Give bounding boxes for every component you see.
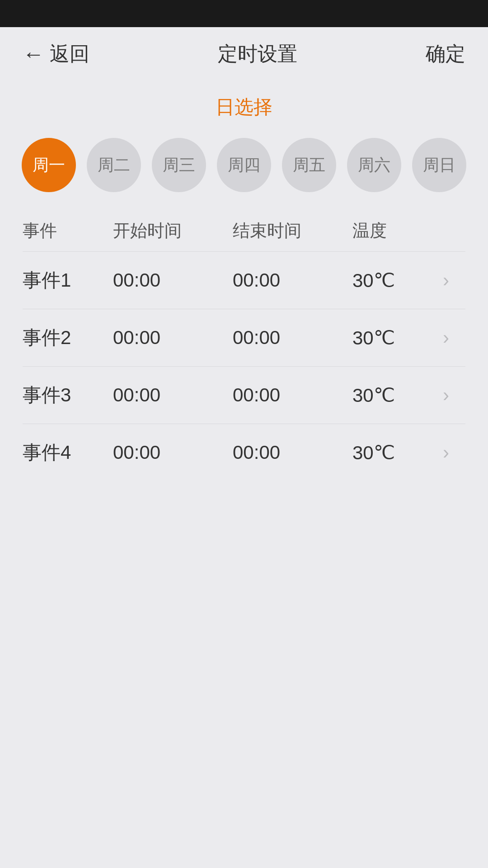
day-button-周二[interactable]: 周二	[87, 138, 141, 192]
row-start-time-3: 00:00	[113, 384, 233, 406]
row-event-3: 事件3	[23, 382, 113, 408]
back-button[interactable]: ← 返回	[23, 41, 89, 67]
row-event-4: 事件4	[23, 440, 113, 465]
row-start-time-2: 00:00	[113, 327, 233, 349]
row-temperature-2: 30℃	[352, 327, 443, 349]
table-row[interactable]: 事件4 00:00 00:00 30℃ ›	[23, 424, 465, 481]
page-title: 定时设置	[218, 41, 297, 67]
row-chevron-right-icon-1: ›	[443, 269, 465, 291]
table-row[interactable]: 事件3 00:00 00:00 30℃ ›	[23, 366, 465, 424]
row-end-time-3: 00:00	[233, 384, 352, 406]
table-row[interactable]: 事件1 00:00 00:00 30℃ ›	[23, 251, 465, 309]
col-header-event: 事件	[23, 219, 113, 242]
row-chevron-right-icon-3: ›	[443, 384, 465, 406]
table-rows-container: 事件1 00:00 00:00 30℃ › 事件2 00:00 00:00 30…	[23, 251, 465, 481]
back-arrow-icon: ←	[23, 42, 44, 66]
row-chevron-right-icon-2: ›	[443, 327, 465, 349]
row-event-2: 事件2	[23, 325, 113, 350]
confirm-button[interactable]: 确定	[426, 41, 465, 67]
back-label: 返回	[50, 41, 89, 67]
table-header-row: 事件 开始时间 结束时间 温度	[23, 219, 465, 251]
day-button-周六[interactable]: 周六	[347, 138, 401, 192]
day-button-周日[interactable]: 周日	[412, 138, 466, 192]
status-bar	[0, 0, 488, 27]
day-button-周一[interactable]: 周一	[22, 138, 76, 192]
row-end-time-4: 00:00	[233, 442, 352, 463]
row-temperature-3: 30℃	[352, 384, 443, 406]
day-select-title: 日选择	[216, 94, 272, 120]
row-start-time-4: 00:00	[113, 442, 233, 463]
col-header-start: 开始时间	[113, 219, 233, 242]
row-chevron-right-icon-4: ›	[443, 442, 465, 463]
col-header-end: 结束时间	[233, 219, 352, 242]
day-button-周三[interactable]: 周三	[152, 138, 206, 192]
day-buttons-group: 周一周二周三周四周五周六周日	[4, 138, 484, 192]
row-end-time-1: 00:00	[233, 269, 352, 291]
day-button-周五[interactable]: 周五	[282, 138, 336, 192]
header: ← 返回 定时设置 确定	[0, 27, 488, 81]
table-row[interactable]: 事件2 00:00 00:00 30℃ ›	[23, 309, 465, 366]
row-start-time-1: 00:00	[113, 269, 233, 291]
day-button-周四[interactable]: 周四	[217, 138, 271, 192]
row-temperature-4: 30℃	[352, 442, 443, 464]
day-select-section: 日选择 周一周二周三周四周五周六周日	[0, 94, 488, 192]
row-event-1: 事件1	[23, 268, 113, 293]
row-end-time-2: 00:00	[233, 327, 352, 349]
events-table: 事件 开始时间 结束时间 温度 事件1 00:00 00:00 30℃ › 事件…	[0, 219, 488, 481]
col-header-temp: 温度	[352, 219, 443, 242]
row-temperature-1: 30℃	[352, 269, 443, 292]
